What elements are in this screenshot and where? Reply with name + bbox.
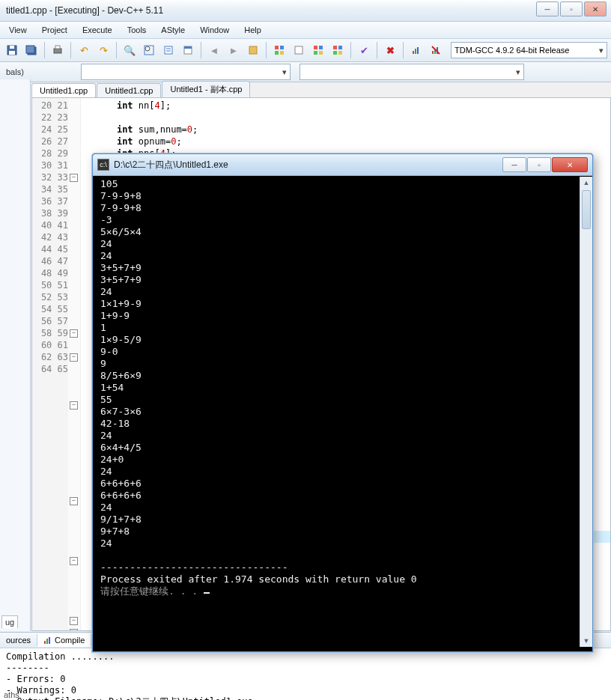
bookmark-icon[interactable] bbox=[179, 41, 197, 59]
forward-icon[interactable]: ► bbox=[225, 41, 243, 59]
svg-rect-19 bbox=[295, 46, 303, 54]
menu-view[interactable]: View bbox=[1, 23, 34, 37]
svg-rect-18 bbox=[280, 51, 284, 55]
paths-label: aths bbox=[1, 690, 22, 700]
svg-rect-2 bbox=[10, 46, 14, 49]
svg-rect-36 bbox=[46, 639, 48, 644]
dropdown-arrow-icon: ▾ bbox=[599, 46, 604, 55]
print-icon[interactable] bbox=[49, 41, 67, 59]
console-app-icon: c:\ bbox=[97, 159, 109, 171]
svg-rect-1 bbox=[9, 51, 15, 55]
scroll-thumb[interactable] bbox=[582, 190, 591, 229]
console-close-button[interactable]: ✕ bbox=[552, 157, 588, 172]
svg-rect-4 bbox=[26, 46, 34, 53]
console-window: c:\ D:\c\2二十四点\Untitled1.exe ─ ▫ ✕ 105 7… bbox=[92, 153, 593, 652]
chart-icon bbox=[43, 636, 52, 645]
svg-rect-25 bbox=[338, 46, 342, 49]
rebuild-icon[interactable] bbox=[329, 41, 347, 59]
tab-untitled1[interactable]: Untitled1.cpp bbox=[31, 83, 96, 97]
menu-bar: View Project Execute Tools AStyle Window… bbox=[0, 22, 611, 39]
main-toolbar: ↶ ↷ 🔍 ◄ ► ✔ ✖ TDM-GCC 4.9.2 64-bit Relea… bbox=[0, 39, 611, 62]
svg-rect-37 bbox=[49, 637, 50, 644]
svg-rect-26 bbox=[333, 51, 337, 55]
fold-column: −−−−−−−− bbox=[68, 98, 81, 630]
save-icon[interactable] bbox=[3, 41, 21, 59]
minimize-button[interactable]: ─ bbox=[536, 1, 559, 16]
menu-project[interactable]: Project bbox=[34, 23, 75, 37]
globals-label: bals) bbox=[1, 67, 28, 76]
project-panel: ug bbox=[0, 79, 31, 631]
compiler-label: TDM-GCC 4.9.2 64-bit Release bbox=[455, 46, 569, 55]
svg-rect-6 bbox=[55, 46, 60, 49]
navigation-toolbar: bals) ▾ ▾ bbox=[0, 62, 611, 82]
svg-rect-29 bbox=[415, 49, 416, 54]
menu-tools[interactable]: Tools bbox=[120, 23, 154, 37]
menu-window[interactable]: Window bbox=[192, 23, 237, 37]
svg-rect-27 bbox=[338, 51, 342, 55]
redo-icon[interactable]: ↷ bbox=[94, 41, 112, 59]
console-body[interactable]: 105 7-9-9+8 7-9-9+8 -3 5×6/5×4 24 24 3+5… bbox=[97, 177, 588, 647]
console-scrollbar[interactable]: ▲ ▼ bbox=[580, 177, 592, 647]
compiler-selector[interactable]: TDM-GCC 4.9.2 64-bit Release ▾ bbox=[451, 42, 607, 58]
tab-untitled1-copy[interactable]: Untitled1 - 副本.cpp bbox=[162, 81, 250, 97]
svg-rect-24 bbox=[333, 46, 337, 49]
compile-icon[interactable] bbox=[270, 41, 288, 59]
svg-rect-22 bbox=[314, 51, 317, 55]
close-button[interactable]: ✕ bbox=[584, 1, 607, 16]
run-icon[interactable] bbox=[290, 41, 308, 59]
replace-icon[interactable] bbox=[140, 41, 158, 59]
svg-rect-17 bbox=[275, 51, 279, 55]
svg-rect-31 bbox=[432, 51, 434, 54]
console-title: D:\c\2二十四点\Untitled1.exe bbox=[114, 159, 502, 171]
console-titlebar[interactable]: c:\ D:\c\2二十四点\Untitled1.exe ─ ▫ ✕ bbox=[93, 154, 592, 176]
menu-execute[interactable]: Execute bbox=[75, 23, 120, 37]
scroll-up-icon[interactable]: ▲ bbox=[580, 177, 592, 189]
svg-rect-20 bbox=[314, 46, 317, 49]
tab-compile-log[interactable]: Compile bbox=[37, 634, 91, 647]
block-icon[interactable] bbox=[244, 41, 262, 59]
left-tab-debug[interactable]: ug bbox=[1, 615, 18, 628]
undo-icon[interactable]: ↶ bbox=[75, 41, 93, 59]
stop-icon[interactable]: ✖ bbox=[381, 41, 399, 59]
svg-rect-16 bbox=[280, 46, 284, 49]
profile-icon[interactable] bbox=[407, 41, 425, 59]
goto-icon[interactable] bbox=[159, 41, 177, 59]
svg-point-8 bbox=[145, 46, 150, 51]
class-combo[interactable]: ▾ bbox=[81, 64, 291, 80]
saveall-icon[interactable] bbox=[22, 41, 40, 59]
svg-rect-21 bbox=[319, 46, 323, 49]
tab-untitled1b[interactable]: Untitled1.cpp bbox=[97, 83, 161, 97]
window-title: titled1.cpp - [Executing] - Dev-C++ 5.11 bbox=[3, 5, 163, 16]
function-combo[interactable]: ▾ bbox=[300, 64, 524, 80]
compile-run-icon[interactable] bbox=[309, 41, 327, 59]
svg-rect-14 bbox=[249, 46, 257, 54]
svg-rect-35 bbox=[44, 641, 46, 644]
svg-rect-5 bbox=[54, 49, 61, 53]
svg-rect-28 bbox=[413, 51, 414, 54]
back-icon[interactable]: ◄ bbox=[205, 41, 223, 59]
compile-log: Compilation ........--------- Errors: 0-… bbox=[0, 648, 611, 700]
svg-rect-23 bbox=[319, 51, 323, 55]
tab-resources[interactable]: ources bbox=[0, 634, 37, 646]
delete-profile-icon[interactable] bbox=[427, 41, 445, 59]
debug-icon[interactable]: ✔ bbox=[355, 41, 373, 59]
line-gutter: 20 21 22 23 24 25 26 27 28 29 30 31 32 3… bbox=[32, 98, 73, 630]
svg-rect-15 bbox=[275, 46, 279, 49]
find-icon[interactable]: 🔍 bbox=[121, 41, 139, 59]
svg-rect-9 bbox=[165, 46, 172, 54]
main-titlebar: titled1.cpp - [Executing] - Dev-C++ 5.11… bbox=[0, 0, 611, 22]
scroll-down-icon[interactable]: ▼ bbox=[580, 635, 592, 647]
maximize-button[interactable]: ▫ bbox=[560, 1, 583, 16]
console-maximize-button[interactable]: ▫ bbox=[527, 157, 551, 172]
menu-help[interactable]: Help bbox=[237, 23, 269, 37]
menu-astyle[interactable]: AStyle bbox=[153, 23, 192, 37]
console-minimize-button[interactable]: ─ bbox=[502, 157, 526, 172]
editor-tabs: Untitled1.cpp Untitled1.cpp Untitled1 - … bbox=[31, 81, 611, 97]
svg-rect-30 bbox=[417, 47, 419, 54]
svg-rect-13 bbox=[184, 46, 192, 49]
